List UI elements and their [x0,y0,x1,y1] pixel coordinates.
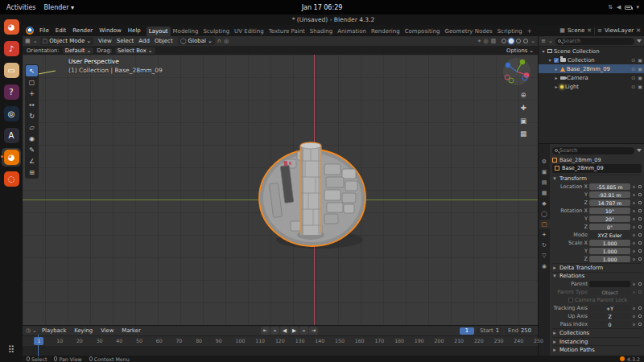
animate-icon[interactable] [632,210,636,212]
tl-menu-playback[interactable]: Playback [39,327,69,334]
hide-in-viewport-icon[interactable]: ⊙ [631,75,635,80]
tl-menu-marker[interactable]: Marker [118,327,144,334]
filter-icon[interactable] [637,149,642,152]
hide-in-viewport-icon[interactable]: ⊙ [631,84,635,89]
prop-value-field[interactable]: 0 [589,321,630,327]
properties-tab-tool[interactable]: ⚙ [539,157,550,166]
header-toggle-show-overlays[interactable]: ◎ [483,38,488,44]
vp-menu-select[interactable]: Select [114,38,137,44]
animate-icon[interactable] [632,323,636,326]
prop-value-field[interactable]: -92.81 m [589,191,630,198]
tool-tweak[interactable]: ↖ [26,65,38,76]
workspace-tab-modeling[interactable]: Modeling [171,27,201,36]
lock-icon[interactable] [638,209,642,212]
transport-next-keyframe[interactable]: » [299,327,308,335]
lock-icon[interactable] [638,315,642,318]
animate-icon[interactable] [632,283,636,286]
animate-icon[interactable] [632,186,636,188]
outliner-row-base-28mm-09[interactable]: ▸ Base_28mm_09 ⊙ ▣ [539,64,644,73]
workspace-tab-animation[interactable]: Animation [335,27,369,36]
disclosure-icon[interactable]: ▾ [541,48,546,54]
lock-icon[interactable] [638,201,642,204]
animate-icon[interactable] [632,258,636,261]
lock-icon[interactable] [638,185,642,188]
prop-value-field[interactable]: +Y [589,305,630,311]
options-dropdown[interactable]: Options [506,47,527,54]
workspace-tab-geometry-nodes[interactable]: Geometry Nodes [443,27,495,36]
transport-jump-to-end[interactable]: ⇥ [309,327,318,335]
disable-in-renders-icon[interactable]: ▣ [638,66,642,72]
tool-annotate[interactable]: ✎ [26,144,38,155]
properties-tab-view-layer[interactable]: ▦ [539,188,550,197]
tool-move[interactable]: ↔ [26,99,38,110]
blender-logo-icon[interactable] [26,27,34,35]
snap-magnet-icon[interactable]: ∩ [217,38,221,44]
dock-item-help[interactable]: ? [2,83,21,101]
hide-in-viewport-icon[interactable]: ⊙ [631,57,635,63]
app-menu-button[interactable]: Blender ▾ [44,4,75,11]
transport-jump-to-start[interactable]: ⇤ [261,327,270,335]
tool-rotate[interactable]: ↻ [26,110,38,121]
prop-value-field[interactable]: 10° [589,208,630,214]
vp-menu-add[interactable]: Add [136,38,152,44]
workspace-tab-add-workspace[interactable]: + [525,27,535,36]
prop-value-field[interactable]: 1.000 [589,248,630,254]
outliner-row-collection[interactable]: ▾ Collection ⊙ ▣ [539,56,644,64]
disable-in-renders-icon[interactable]: ▣ [638,84,642,89]
shading-mode-wireframe[interactable] [502,39,506,43]
properties-tab-scene[interactable]: ◆ [539,199,550,208]
disable-in-renders-icon[interactable]: ▣ [638,75,642,80]
disclosure-icon[interactable]: ▸ [554,84,559,89]
dock-item-ubuntu[interactable]: ◌ [2,170,21,188]
workspace-tab-shading[interactable]: Shading [308,27,335,36]
nav-camera-view[interactable]: ▣ [518,116,528,125]
tl-menu-view[interactable]: View [97,327,117,334]
dock-item-music-app[interactable]: ♪ [2,39,21,58]
nav-zoom[interactable]: ⊕ [518,90,528,100]
dock-item-firefox[interactable]: ◕ [2,18,21,36]
animate-icon[interactable] [632,307,636,310]
properties-search[interactable] [552,147,634,154]
tool-transform[interactable]: ◉ [26,133,38,144]
disable-in-renders-icon[interactable]: ▣ [638,57,642,63]
dock-item-show-apps[interactable]: ⠿ [2,341,21,360]
workspace-tab-rendering[interactable]: Rendering [369,27,402,36]
animate-icon[interactable] [632,234,636,237]
animate-icon[interactable] [632,291,636,294]
section-motion-paths[interactable]: ▸ Motion Paths [552,345,642,354]
prop-value-field[interactable]: XYZ Euler [589,232,630,238]
scene-selector[interactable]: Scene [568,27,584,34]
outliner-editor-icon[interactable]: ≡ [541,38,546,44]
orientation-setting-dropdown[interactable]: Default ⌄ [63,47,94,54]
properties-tab-material[interactable]: ◉ [539,261,550,270]
lock-icon[interactable] [638,282,642,286]
object-name-field[interactable]: Base_28mm_09 [552,164,642,173]
lock-icon[interactable] [638,257,642,261]
menu-window[interactable]: Window [96,27,125,34]
properties-tab-world[interactable]: ◯ [539,209,550,218]
vp-menu-view[interactable]: View [96,38,114,44]
transform-orientation-dropdown[interactable]: ◯ Global ⌄ [178,37,215,45]
section-instancing[interactable]: ▸ Instancing [552,337,642,346]
shading-mode-rendered[interactable] [523,39,528,43]
disclosure-icon[interactable]: ▸ [554,66,559,72]
workspace-tab-sculpting[interactable]: Sculpting [200,27,232,36]
outliner-search-input[interactable] [563,38,632,44]
tool-measure[interactable]: ∠ [26,155,38,167]
prop-value-field[interactable]: -55.885 m [589,183,630,190]
prop-value-field[interactable]: Object [589,289,630,295]
lock-icon[interactable] [638,217,642,220]
lock-icon[interactable] [638,290,642,294]
menu-file[interactable]: File [36,27,52,34]
section-relations[interactable]: ▾ Relations [552,272,642,281]
outliner-row-light[interactable]: ▸ Light ⊙ ▣ [539,82,644,91]
menu-render[interactable]: Render [69,27,96,34]
shading-mode-solid[interactable] [509,39,514,43]
disclosure-icon[interactable]: ▸ [554,75,559,80]
window-titlebar[interactable]: * (Unsaved) - Blender 4.3.2 [23,14,644,25]
tool-cursor[interactable]: + [26,88,38,99]
properties-tab-object[interactable]: ▢ [539,220,550,228]
system-tray[interactable]: ⇅ ◀ ▾ [608,4,639,10]
model-base-28mm[interactable] [252,142,373,256]
transport-play[interactable]: ▶ [290,327,299,335]
